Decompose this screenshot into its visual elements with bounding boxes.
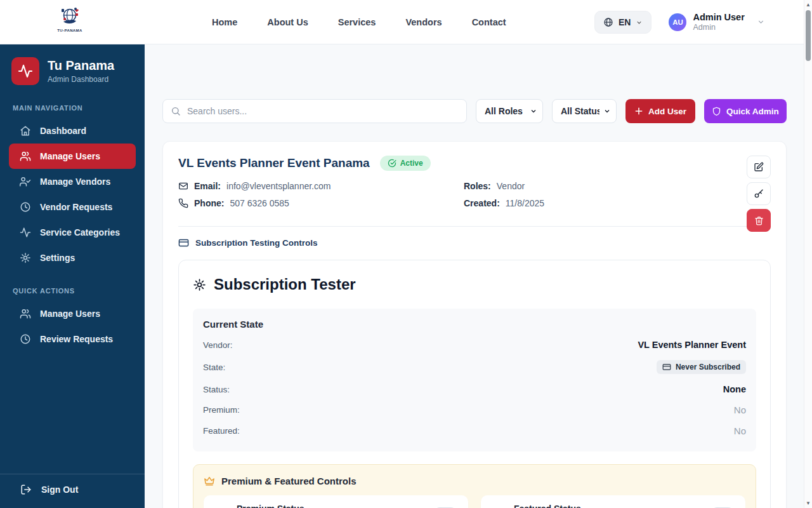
sidebar: Tu Panama Admin Dashboard MAIN NAVIGATIO… <box>0 44 145 508</box>
user-card-title: VL Events Planner Event Panama <box>178 156 370 170</box>
status-badge: Active <box>380 156 431 171</box>
sidebar-item-manage-vendors[interactable]: Manage Vendors <box>9 169 136 194</box>
search-icon <box>171 106 181 116</box>
user-menu[interactable]: AU Admin User Admin <box>669 12 764 32</box>
edit-user-button[interactable] <box>747 156 771 178</box>
user-name: Admin User <box>693 12 744 23</box>
tester-title: Subscription Tester <box>214 276 356 293</box>
sidebar-brand: Tu Panama Admin Dashboard <box>0 44 145 94</box>
status-filter: All Status <box>552 99 617 123</box>
nav-link-contact[interactable]: Contact <box>472 17 506 27</box>
never-subscribed-badge: Never Subscribed <box>657 360 746 374</box>
quick-admin-button[interactable]: Quick Admin <box>704 99 787 123</box>
phone-value: 507 6326 0585 <box>230 198 289 208</box>
credit-card-icon <box>178 237 189 248</box>
phone-label: Phone: <box>194 198 224 208</box>
nav-link-about[interactable]: About Us <box>267 17 308 27</box>
filter-row: All Roles All Status Add User Quick Admi… <box>162 99 787 123</box>
trash-icon <box>754 216 764 225</box>
row-label: Status: <box>203 385 230 394</box>
created-value: 11/8/2025 <box>506 198 544 208</box>
row-label: State: <box>203 363 225 372</box>
created-row: Created: 11/8/2025 <box>464 198 771 208</box>
sidebar-item-quick-manage-users[interactable]: Manage Users <box>9 301 136 326</box>
reset-password-button[interactable] <box>747 182 771 205</box>
language-code: EN <box>619 17 631 27</box>
logout-icon <box>20 484 32 495</box>
search-input[interactable] <box>162 99 467 123</box>
sidebar-item-manage-users[interactable]: Manage Users <box>9 144 136 169</box>
sidebar-item-label: Settings <box>40 253 75 263</box>
email-value: info@vleventsplanner.com <box>226 181 331 191</box>
activity-icon <box>20 227 31 238</box>
vertical-scrollbar[interactable]: ▲ ▼ <box>804 0 812 508</box>
home-icon <box>20 125 31 137</box>
check-circle-icon <box>388 159 396 168</box>
site-logo[interactable]: TU-PANAMA <box>56 5 84 32</box>
state-row-state: State: Never Subscribed <box>203 355 746 379</box>
shield-icon <box>712 107 721 116</box>
scroll-up-arrow-icon[interactable]: ▲ <box>804 2 812 8</box>
row-label: Featured: <box>203 426 240 436</box>
quick-admin-label: Quick Admin <box>726 107 779 116</box>
badge-label: Never Subscribed <box>676 363 740 371</box>
roles-select[interactable]: All Roles <box>476 99 543 123</box>
crown-icon <box>204 475 215 486</box>
current-state-title: Current State <box>203 319 746 330</box>
sidebar-item-service-categories[interactable]: Service Categories <box>9 220 136 245</box>
nav-link-vendors[interactable]: Vendors <box>405 17 442 27</box>
sidebar-item-vendor-requests[interactable]: Vendor Requests <box>9 194 136 220</box>
created-label: Created: <box>464 198 500 208</box>
current-state-panel: Current State Vendor: VL Events Planner … <box>193 309 756 451</box>
nav-link-home[interactable]: Home <box>212 17 237 27</box>
scroll-down-arrow-icon[interactable]: ▼ <box>804 500 812 506</box>
sidebar-item-label: Manage Vendors <box>40 177 110 187</box>
status-badge-label: Active <box>400 159 423 168</box>
sidebar-item-settings[interactable]: Settings <box>9 245 136 271</box>
divider <box>178 226 771 227</box>
gear-icon <box>20 252 31 264</box>
nav-link-services[interactable]: Services <box>338 17 376 27</box>
sidebar-item-label: Vendor Requests <box>40 202 112 212</box>
envelope-icon <box>178 181 188 191</box>
state-row-featured: Featured: No <box>203 420 746 441</box>
scrollbar-thumb[interactable] <box>806 10 811 61</box>
state-row-premium: Premium: No <box>203 399 746 420</box>
avatar: AU <box>669 13 686 31</box>
subscription-section-label: Subscription Testing Controls <box>178 237 771 248</box>
gear-icon <box>193 278 206 291</box>
email-row: Email: info@vleventsplanner.com <box>178 181 464 191</box>
top-navigation: Home About Us Services Vendors Contact <box>212 0 506 44</box>
sidebar-item-label: Dashboard <box>40 126 86 136</box>
sign-out-label: Sign Out <box>41 485 78 495</box>
user-check-icon <box>20 176 31 187</box>
roles-row: Roles: Vendor <box>464 181 771 191</box>
main-navigation-label: MAIN NAVIGATION <box>13 104 132 112</box>
sidebar-item-label: Manage Users <box>40 151 100 161</box>
topbar: TU-PANAMA Home About Us Services Vendors… <box>0 0 812 44</box>
sidebar-item-label: Service Categories <box>40 227 120 237</box>
globe-icon <box>603 17 613 27</box>
roles-filter: All Roles <box>476 99 543 123</box>
premium-status-card: Premium Status Standard account <box>204 495 468 508</box>
user-details: Email: info@vleventsplanner.com Roles: V… <box>178 181 771 208</box>
state-row-vendor: Vendor: VL Events Planner Event <box>203 335 746 355</box>
subscription-tester-card: Subscription Tester Current State Vendor… <box>178 260 771 508</box>
users-icon <box>20 150 31 162</box>
delete-user-button[interactable] <box>747 209 771 232</box>
sidebar-item-dashboard[interactable]: Dashboard <box>9 118 136 144</box>
featured-status-card: Featured Status Not featured <box>481 495 745 508</box>
language-selector[interactable]: EN <box>594 11 652 34</box>
email-label: Email: <box>194 181 221 191</box>
premium-status-title: Premium Status <box>237 504 304 508</box>
clock-icon <box>20 201 31 213</box>
sidebar-item-review-requests[interactable]: Review Requests <box>9 326 136 352</box>
logo-text: TU-PANAMA <box>56 29 84 32</box>
chevron-down-icon <box>636 19 643 26</box>
key-icon <box>754 189 764 199</box>
status-select[interactable]: All Status <box>552 99 617 123</box>
plus-icon <box>634 107 643 116</box>
topbar-right: EN AU Admin User Admin <box>594 0 765 44</box>
sign-out-button[interactable]: Sign Out <box>13 484 132 495</box>
add-user-button[interactable]: Add User <box>625 99 695 123</box>
